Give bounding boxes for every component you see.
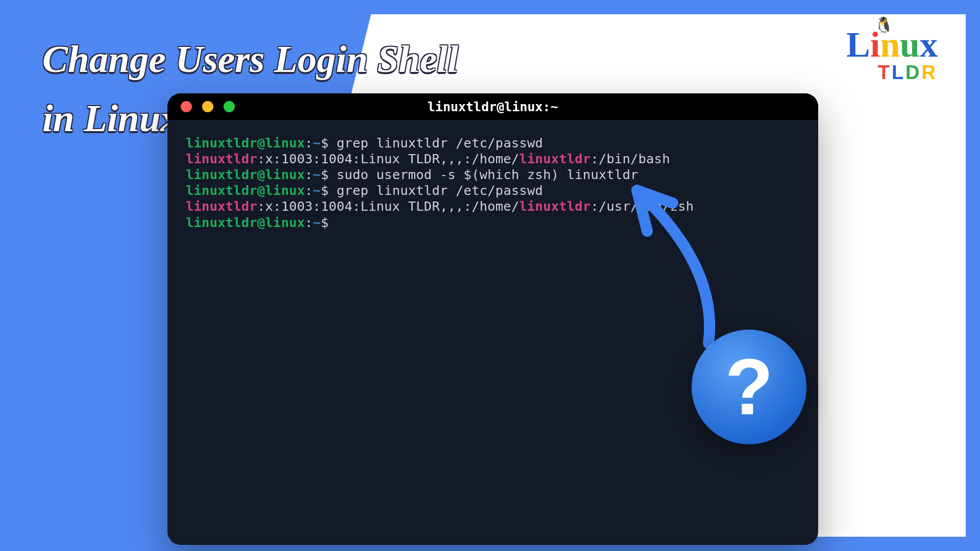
terminal-line: linuxtldr:x:1003:1004:Linux TLDR,,,:/hom… — [186, 151, 800, 167]
tldr-R: R — [922, 62, 938, 83]
terminal-line: linuxtldr@linux:~$ grep linuxtldr /etc/p… — [186, 135, 800, 151]
terminal-titlebar: linuxtldr@linux:~ — [167, 93, 818, 120]
tldr-D: D — [905, 62, 921, 83]
minimize-icon[interactable] — [202, 101, 213, 112]
brand-logo: 🐧 Linux TLDR — [846, 27, 938, 84]
logo-x: x — [920, 25, 938, 64]
question-badge: ? — [692, 330, 806, 444]
terminal-body[interactable]: linuxtldr@linux:~$ grep linuxtldr /etc/p… — [167, 120, 818, 246]
logo-tldr: TLDR — [846, 62, 938, 84]
tldr-T: T — [878, 62, 892, 83]
terminal-line: linuxtldr@linux:~$ — [186, 215, 800, 231]
close-icon[interactable] — [181, 101, 192, 112]
tldr-L: L — [892, 62, 905, 83]
terminal-line: linuxtldr@linux:~$ sudo usermod -s $(whi… — [186, 167, 800, 183]
slide-frame: Change Users Login Shellin Linux 🐧 Linux… — [14, 14, 966, 537]
traffic-lights — [181, 101, 235, 112]
question-mark-icon: ? — [725, 342, 773, 433]
penguin-icon: 🐧 — [874, 16, 893, 34]
logo-u: u — [900, 25, 920, 64]
terminal-line: linuxtldr@linux:~$ grep linuxtldr /etc/p… — [186, 183, 800, 198]
terminal-title-text: linuxtldr@linux:~ — [428, 99, 558, 114]
logo-L: L — [846, 25, 870, 64]
terminal-line: linuxtldr:x:1003:1004:Linux TLDR,,,:/hom… — [186, 198, 800, 214]
maximize-icon[interactable] — [224, 101, 235, 112]
terminal-window: linuxtldr@linux:~ linuxtldr@linux:~$ gre… — [167, 93, 818, 545]
